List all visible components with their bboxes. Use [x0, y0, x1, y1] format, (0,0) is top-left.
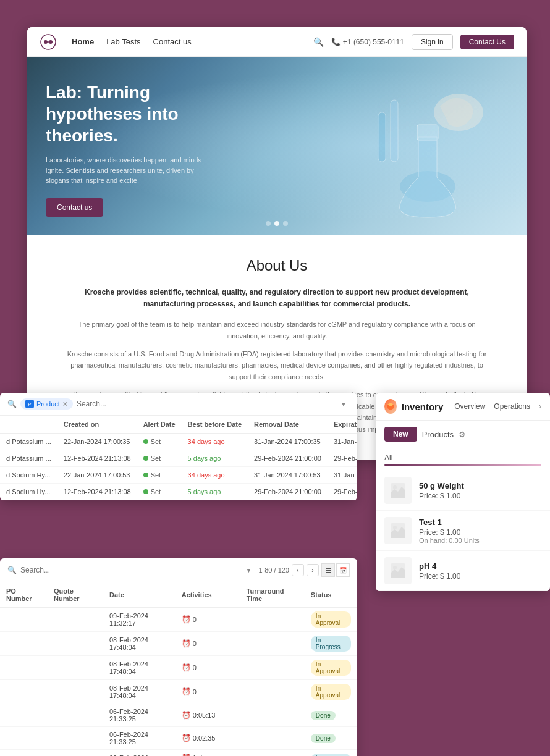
table-row[interactable]: 08-Feb-2024 17:48:04 ⏰ 0 In Progress — [0, 632, 357, 656]
po-search-input[interactable] — [20, 566, 239, 574]
cell-date: 06-Feb-2024 21:33:25 — [103, 727, 176, 750]
products-label: Products — [422, 430, 454, 439]
inv-logo-icon — [386, 401, 396, 411]
nav-logo[interactable] — [40, 33, 57, 51]
cell-po — [0, 656, 48, 680]
product-thumbnail — [384, 477, 412, 504]
col-removal: Removal Date — [248, 416, 328, 434]
product-item[interactable]: Test 1 Price: $ 1.00 On hand: 0.00 Units — [376, 511, 550, 551]
nav-contact[interactable]: Contact us — [153, 37, 192, 46]
col-alert: Alert Date — [137, 416, 182, 434]
svg-rect-5 — [417, 125, 438, 140]
cell-best-before: 31-Jan-2024 17:00:53 — [248, 467, 328, 484]
hero-section: Lab: Turning hypotheses into theories. L… — [27, 57, 527, 235]
nav-phone: 📞 +1 (650) 555-0111 — [331, 38, 404, 46]
search-dropdown-button[interactable]: ▼ — [337, 398, 350, 410]
table-row[interactable]: 06-Feb-2024 21:33:25 ⏰ 0:05:13 Done — [0, 704, 357, 727]
col-expiration: Expiration Date — [328, 416, 357, 434]
cell-name: d Sodium Hy... — [0, 484, 57, 500]
cell-alert-date: 5 days ago — [182, 450, 248, 467]
search-input[interactable] — [77, 400, 334, 408]
table-row[interactable]: d Potassium ... 22-Jan-2024 17:00:35 Set… — [0, 434, 357, 450]
table-row[interactable]: 08-Feb-2024 17:48:04 ⏰ 0 In Approval — [0, 680, 357, 704]
cell-name: d Potassium ... — [0, 434, 57, 450]
svg-point-14 — [393, 566, 397, 569]
product-price: Price: $ 1.00 — [419, 528, 541, 537]
table-row[interactable]: 08-Feb-2024 17:48:04 ⏰ 0 In Approval — [0, 656, 357, 680]
cell-created: 22-Jan-2024 17:00:35 — [57, 434, 137, 450]
cell-po — [0, 632, 48, 656]
product-info: Test 1 Price: $ 1.00 On hand: 0.00 Units — [419, 518, 541, 544]
nav-home[interactable]: Home — [72, 37, 94, 46]
inv-tab-overview[interactable]: Overview — [454, 402, 485, 411]
inv-header: Inventory Overview Operations › — [376, 393, 550, 421]
cell-turnaround — [240, 680, 305, 704]
po-search-dropdown[interactable]: ▼ — [242, 564, 255, 576]
hero-title: Lab: Turning hypotheses into theories. — [46, 82, 206, 146]
table-row[interactable]: d Potassium ... 12-Feb-2024 21:13:08 Set… — [0, 450, 357, 467]
new-product-button[interactable]: New — [384, 427, 417, 442]
logo-icon — [40, 33, 57, 51]
prev-page-button[interactable]: ‹ — [292, 564, 304, 576]
inv-tab-more[interactable]: › — [539, 402, 541, 411]
po-col-status: Status — [305, 582, 357, 608]
cell-best-before: 29-Feb-2024 21:00:00 — [248, 450, 328, 467]
product-item[interactable]: 50 g Weight Price: $ 1.00 — [376, 471, 550, 511]
sign-in-button[interactable]: Sign in — [412, 34, 453, 50]
search-icon[interactable]: 🔍 — [313, 37, 324, 47]
list-view-button[interactable]: ☰ — [321, 563, 335, 577]
tag-remove-button[interactable]: ✕ — [62, 400, 68, 408]
hero-dot-2[interactable] — [274, 221, 279, 226]
nav-lab-tests[interactable]: Lab Tests — [106, 37, 140, 46]
cell-quote — [48, 727, 103, 750]
view-toggle: ☰ 📅 — [321, 563, 350, 577]
product-name: 50 g Weight — [419, 481, 541, 490]
cell-turnaround — [240, 704, 305, 727]
product-name: Test 1 — [419, 518, 541, 527]
nav-right: 🔍 📞 +1 (650) 555-0111 Sign in Contact Us — [313, 34, 514, 50]
cell-date: 08-Feb-2024 17:48:04 — [103, 680, 176, 704]
cell-quote — [48, 750, 103, 757]
table-row[interactable]: d Sodium Hy... 12-Feb-2024 21:13:08 Set … — [0, 484, 357, 500]
hero-dot-3[interactable] — [283, 221, 288, 226]
cell-status: In Approval — [305, 656, 357, 680]
cell-best-before: 31-Jan-2024 17:00:35 — [248, 434, 328, 450]
search-icon: 🔍 — [7, 400, 17, 408]
cell-date: 06-Feb-2024 21:33:25 — [103, 704, 176, 727]
cell-status: Done — [305, 704, 357, 727]
po-col-activities: Activities — [176, 582, 240, 608]
table-row[interactable]: 06-Feb-2024 21:33:25 ⏰ 0:02:35 Done — [0, 727, 357, 750]
cell-po — [0, 680, 48, 704]
col-name — [0, 416, 57, 434]
hero-dot-1[interactable] — [266, 221, 271, 226]
table-row[interactable]: 06-Feb-2024 21:33:25 ⏰ 1 day, 23:59:49 I… — [0, 750, 357, 757]
hero-content: Lab: Turning hypotheses into theories. L… — [27, 57, 225, 235]
cell-activities: ⏰ 0 — [176, 632, 240, 656]
cell-activities: ⏰ 0:05:13 — [176, 704, 240, 727]
inv-section-divider — [384, 464, 541, 466]
cell-alert-date: 34 days ago — [182, 434, 248, 450]
next-page-button[interactable]: › — [307, 564, 319, 576]
table-row[interactable]: d Sodium Hy... 22-Jan-2024 17:00:53 Set … — [0, 467, 357, 484]
inv-logo — [384, 399, 397, 414]
contact-us-nav-button[interactable]: Contact Us — [460, 35, 514, 49]
product-item[interactable]: pH 4 Price: $ 1.00 — [376, 551, 550, 591]
cell-activities: ⏰ 1 day, 23:59:49 — [176, 750, 240, 757]
inv-tab-operations[interactable]: Operations — [494, 402, 530, 411]
nav-links: Home Lab Tests Contact us — [72, 37, 313, 46]
product-image-placeholder — [389, 562, 407, 579]
po-col-date: Date — [103, 582, 176, 608]
table-row[interactable]: 09-Feb-2024 11:32:17 ⏰ 0 In Approval — [0, 608, 357, 632]
calendar-view-button[interactable]: 📅 — [336, 563, 350, 577]
table-search-bar: 🔍 P Product ✕ ▼ — [0, 393, 357, 416]
product-image-placeholder — [389, 522, 407, 539]
hero-cta-button[interactable]: Contact us — [46, 198, 103, 217]
cell-removal: 31-Jan-2024 17:00:53 — [328, 467, 357, 484]
main-nav: Home Lab Tests Contact us 🔍 📞 +1 (650) 5… — [27, 27, 527, 57]
cell-turnaround — [240, 608, 305, 632]
gear-icon[interactable]: ⚙ — [459, 430, 466, 439]
cell-status: In Approval — [305, 608, 357, 632]
product-info: pH 4 Price: $ 1.00 — [419, 561, 541, 581]
cell-po — [0, 608, 48, 632]
tag-label: Product — [36, 400, 60, 408]
